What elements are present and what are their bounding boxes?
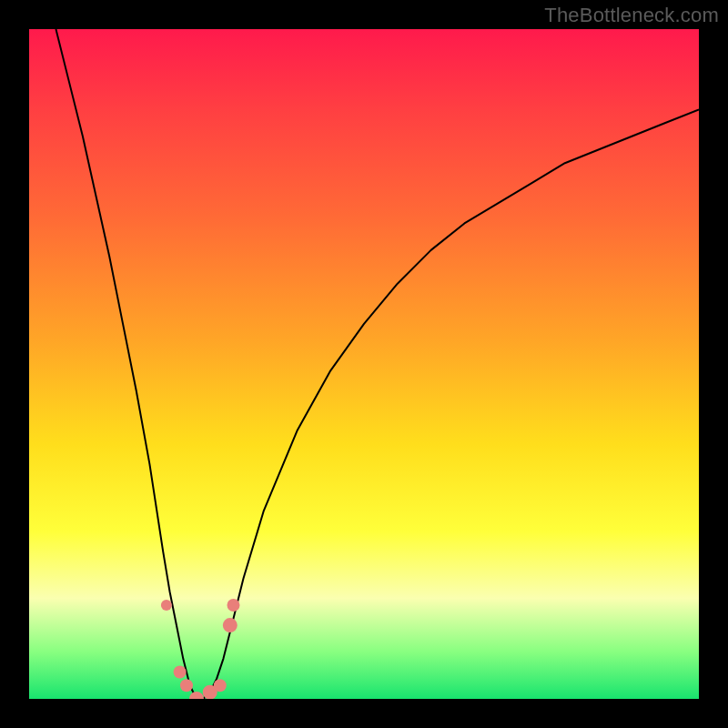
bottleneck-curve-canvas [29,29,699,699]
watermark-text: TheBottleneck.com [544,4,719,27]
chart-container: TheBottleneck.com [0,0,728,728]
plot-area [29,29,699,699]
